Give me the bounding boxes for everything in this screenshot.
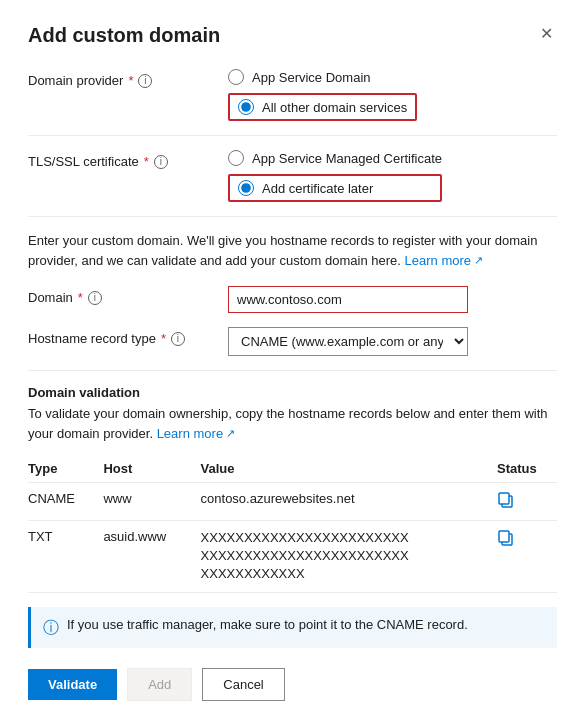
row-value: XXXXXXXXXXXXXXXXXXXXXXXXXXXXXXXXXXXXXXXX… [201,521,497,593]
validation-learn-more-link[interactable]: Learn more ↗ [157,424,235,444]
notice-icon: ⓘ [43,616,59,640]
footer-buttons: Validate Add Cancel [28,668,557,701]
domain-provider-label: Domain provider * i [28,69,228,88]
divider-2 [28,216,557,217]
dialog-title: Add custom domain [28,24,220,47]
domain-validation-desc: To validate your domain ownership, copy … [28,404,557,443]
radio-app-service-domain[interactable]: App Service Domain [228,69,417,85]
row-type: TXT [28,521,103,593]
radio-app-service-managed-label: App Service Managed Certificate [252,151,442,166]
learn-more-link[interactable]: Learn more ↗ [405,251,483,271]
tls-required-marker: * [144,154,149,169]
col-value: Value [201,455,497,483]
radio-all-other-domain[interactable]: All other domain services [228,93,417,121]
domain-info-icon[interactable]: i [88,291,102,305]
cancel-button[interactable]: Cancel [202,668,284,701]
radio-app-service-domain-input[interactable] [228,69,244,85]
svg-rect-3 [499,531,509,542]
domain-validation-title: Domain validation [28,385,557,400]
radio-add-cert-later-label: Add certificate later [262,181,373,196]
radio-all-other-domain-label: All other domain services [262,100,407,115]
row-value: contoso.azurewebsites.net [201,483,497,521]
col-type: Type [28,455,103,483]
hostname-info-icon[interactable]: i [171,332,185,346]
svg-rect-1 [499,493,509,504]
domain-row: Domain * i [28,286,557,313]
domain-required-marker: * [78,290,83,305]
external-link-icon: ↗ [474,252,483,269]
dialog-header: Add custom domain ✕ [28,24,557,47]
row-host: www [103,483,200,521]
radio-add-cert-later[interactable]: Add certificate later [228,174,442,202]
table-row: CNAME www contoso.azurewebsites.net [28,483,557,521]
domain-provider-info-icon[interactable]: i [138,74,152,88]
hostname-record-label: Hostname record type * i [28,327,228,346]
tls-ssl-info-icon[interactable]: i [154,155,168,169]
required-marker: * [128,73,133,88]
notice-text: If you use traffic manager, make sure to… [67,615,468,635]
add-custom-domain-dialog: Add custom domain ✕ Domain provider * i … [0,0,585,724]
domain-input[interactable] [228,286,468,313]
radio-all-other-domain-input[interactable] [238,99,254,115]
row-status [497,483,557,521]
col-host: Host [103,455,200,483]
radio-app-service-domain-label: App Service Domain [252,70,371,85]
close-button[interactable]: ✕ [536,24,557,44]
divider-3 [28,370,557,371]
notice-bar: ⓘ If you use traffic manager, make sure … [28,607,557,648]
hostname-record-row: Hostname record type * i CNAME (www.exam… [28,327,557,356]
table-row: TXT asuid.www XXXXXXXXXXXXXXXXXXXXXXXXXX… [28,521,557,593]
domain-validation-section: Domain validation To validate your domai… [28,385,557,593]
radio-add-cert-later-input[interactable] [238,180,254,196]
row-type: CNAME [28,483,103,521]
add-button: Add [127,668,192,701]
validation-external-link-icon: ↗ [226,425,235,442]
tls-ssl-row: TLS/SSL certificate * i App Service Mana… [28,150,557,202]
validate-button[interactable]: Validate [28,669,117,700]
validation-table: Type Host Value Status CNAME www contoso… [28,455,557,593]
domain-provider-row: Domain provider * i App Service Domain A… [28,69,557,121]
radio-app-service-managed-input[interactable] [228,150,244,166]
domain-label: Domain * i [28,286,228,305]
col-status: Status [497,455,557,483]
hostname-required-marker: * [161,331,166,346]
copy-txt-button[interactable] [497,529,515,547]
divider-1 [28,135,557,136]
row-status [497,521,557,593]
tls-ssl-label: TLS/SSL certificate * i [28,150,228,169]
domain-provider-radio-group: App Service Domain All other domain serv… [228,69,417,121]
tls-ssl-radio-group: App Service Managed Certificate Add cert… [228,150,442,202]
radio-app-service-managed[interactable]: App Service Managed Certificate [228,150,442,166]
info-text: Enter your custom domain. We'll give you… [28,231,557,270]
hostname-record-select[interactable]: CNAME (www.example.com or any subdo... A… [228,327,468,356]
row-host: asuid.www [103,521,200,593]
copy-cname-button[interactable] [497,491,515,509]
